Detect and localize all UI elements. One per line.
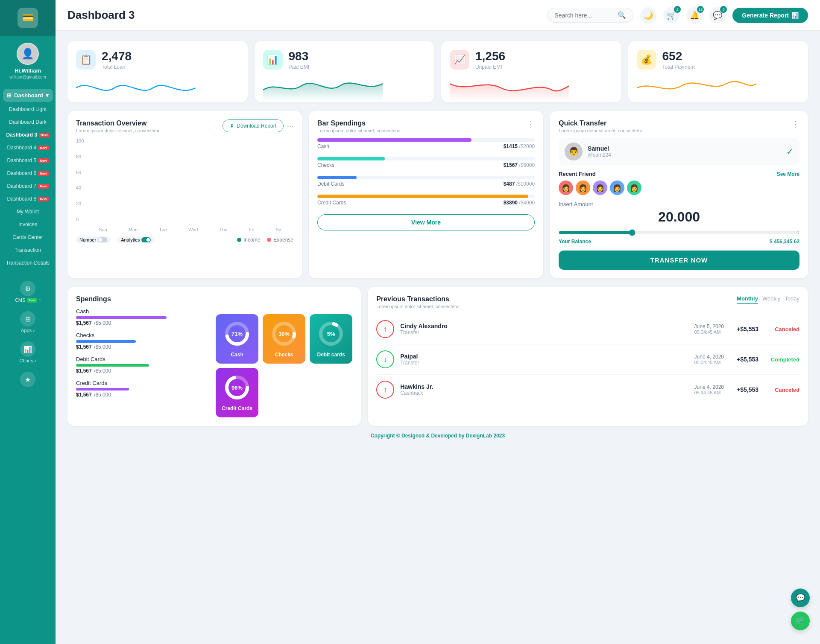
more-options-btn[interactable]: ···	[287, 122, 293, 131]
friend-avatar-1[interactable]: 👩	[559, 181, 573, 195]
generate-report-button[interactable]: Generate Report 📊	[732, 8, 808, 23]
transaction-name-1: Cindy Alexandro	[400, 323, 448, 329]
spending-card-cash: 71% Cash	[216, 314, 258, 364]
spendings-list-cash: Cash $1,567 /$5,000	[76, 308, 209, 326]
sidebar-item-dashboard-4[interactable]: Dashboard 4 New	[0, 141, 56, 154]
sidebar-item-cms[interactable]: ⚙ CMSNew›	[0, 277, 56, 307]
transaction-name-2: Paipal	[400, 353, 419, 360]
sidebar-item-invoices[interactable]: Invoices	[0, 218, 56, 231]
sidebar-item-dashboard-3[interactable]: Dashboard 3 New	[0, 128, 56, 141]
sidebar-item-dashboard-light[interactable]: Dashboard Light	[0, 103, 56, 116]
sidebar-item-transaction[interactable]: Transaction	[0, 244, 56, 256]
logo-icon[interactable]: 💳	[18, 8, 38, 28]
see-more-link[interactable]: See More	[777, 171, 800, 177]
analytics-legend-label: Analytics	[121, 237, 140, 242]
total-payment-label: Total Payment	[662, 64, 695, 70]
transaction-type-1: Transfer	[400, 329, 448, 335]
search-box[interactable]: 🔍	[547, 8, 633, 23]
sidebar: 💳 👤 Hi,William william@gmail.com ⊞ Dashb…	[0, 0, 56, 644]
friend-avatar-3[interactable]: 👩	[593, 181, 607, 195]
analytics-toggle-switch[interactable]	[141, 237, 151, 242]
tab-monthly[interactable]: Monthly	[737, 295, 758, 304]
bar-spendings-more-btn[interactable]: ⋮	[527, 119, 535, 129]
tab-weekly[interactable]: Weekly	[762, 295, 780, 304]
transaction-date-1: June 5, 2020 05:34:45 AM	[694, 323, 724, 335]
cart-fab[interactable]: 🛒	[791, 612, 810, 630]
bar-spendings-title: Bar Spendings	[317, 119, 401, 127]
spendings-list-checks: Checks $1,567 /$5,000	[76, 332, 209, 350]
tab-today[interactable]: Today	[785, 295, 800, 304]
expense-legend: Expense	[267, 237, 293, 243]
sidebar-item-charts[interactable]: 📊 Charts ›	[0, 337, 56, 367]
friend-avatar-2[interactable]: 👩	[576, 181, 590, 195]
number-toggle[interactable]: Number	[76, 236, 111, 243]
transaction-name-3: Hawkins Jr.	[400, 383, 433, 390]
chart-legend: Number Analytics Income Expense	[76, 236, 293, 243]
sidebar-item-dashboard-6[interactable]: Dashboard 6 New	[0, 167, 56, 180]
stat-card-total-payment: 💰 652 Total Payment	[628, 41, 808, 102]
total-loan-icon: 📋	[76, 50, 96, 70]
support-fab[interactable]: 💬	[791, 589, 810, 607]
transaction-status-1: Canceled	[770, 326, 800, 332]
search-input[interactable]	[554, 12, 614, 19]
moon-icon: 🌙	[644, 11, 653, 20]
gear-icon: ⚙	[20, 281, 35, 296]
transaction-row: ↓ Paipal Transfer June 4, 2020 05:34:45 …	[376, 344, 800, 375]
previous-transactions-card: Previous Transactions Lorem ipsum dolor …	[368, 287, 808, 426]
friends-avatars: 👩 👩 👩 👩 👩	[559, 181, 800, 195]
sidebar-item-dashboard-7[interactable]: Dashboard 7 New	[0, 180, 56, 192]
chart-bars	[88, 138, 293, 222]
download-report-button[interactable]: ⬇ Download Report	[223, 119, 284, 132]
quick-transfer-more-btn[interactable]: ⋮	[792, 119, 800, 129]
y-axis-labels: 100806040200	[76, 138, 84, 222]
transaction-overview-title: Transaction Overview	[76, 119, 160, 127]
transaction-row: ↑ Hawkins Jr. Cashback June 4, 2020 05:3…	[376, 375, 800, 405]
sidebar-item-dashboard-5[interactable]: Dashboard 5 New	[0, 154, 56, 167]
transaction-type-2: Transfer	[400, 360, 419, 366]
paid-emi-value: 983	[289, 50, 310, 63]
transaction-icon-1: ↑	[376, 320, 394, 338]
brand-link[interactable]: DexignLab	[466, 433, 492, 439]
sidebar-item-favorites[interactable]: ★	[0, 367, 56, 393]
bar-spendings-card: Bar Spendings Lorem ipsum dolor sit amet…	[309, 111, 543, 278]
sidebar-item-dashboard-8[interactable]: Dashboard 8 New	[0, 192, 56, 205]
sidebar-item-apps[interactable]: ⊞ Apps ›	[0, 307, 56, 337]
search-icon[interactable]: 🔍	[618, 11, 626, 19]
bar-spendings-list: Cash $1415 /$2000 Checks $1567 /$5000	[317, 138, 535, 207]
spending-debit: Debit Cards $487 /$10000	[317, 176, 535, 189]
total-payment-icon: 💰	[637, 50, 656, 70]
paid-emi-icon: 📊	[263, 50, 283, 70]
middle-row: Transaction Overview Lorem ipsum dolor s…	[67, 111, 808, 278]
download-icon: ⬇	[230, 123, 234, 129]
spendings-list: Cash $1,567 /$5,000 Checks $1,567 /$5,00…	[76, 308, 209, 417]
notification-btn[interactable]: 🔔 12	[686, 7, 703, 23]
user-name: Hi,William	[15, 67, 41, 74]
chart-bar-icon: 📊	[791, 12, 799, 19]
content-area: 📋 2,478 Total Loan 📊 9	[56, 31, 820, 644]
analytics-toggle[interactable]: Analytics	[117, 236, 154, 243]
transactions-list: ↑ Cindy Alexandro Transfer June 5, 2020 …	[376, 314, 800, 405]
chat-btn[interactable]: 💬 5	[709, 7, 726, 23]
friend-avatar-5[interactable]: 👩	[627, 181, 641, 195]
transaction-status-3: Canceled	[770, 387, 800, 393]
cart-btn[interactable]: 🛒 2	[663, 7, 679, 23]
insert-amount-label: Insert Amount	[559, 201, 800, 207]
balance-label: Your Balance	[559, 239, 591, 245]
amount-slider[interactable]	[559, 229, 800, 236]
number-toggle-switch[interactable]	[98, 237, 107, 242]
view-more-button[interactable]: View More	[317, 214, 535, 230]
transaction-amount-1: +$5,553	[737, 326, 758, 332]
stat-card-unpaid-emi: 📈 1,256 Unpaid EMI	[441, 41, 621, 102]
theme-toggle-btn[interactable]: 🌙	[640, 7, 656, 23]
transfer-now-button[interactable]: TRANSFER NOW	[559, 251, 800, 270]
unpaid-emi-value: 1,256	[475, 50, 505, 63]
friend-avatar-4[interactable]: 👩	[610, 181, 624, 195]
transaction-row: ↑ Cindy Alexandro Transfer June 5, 2020 …	[376, 314, 800, 344]
dashboard-menu-btn[interactable]: ⊞ Dashboard ▾	[3, 89, 53, 102]
sidebar-item-cards-center[interactable]: Cards Center	[0, 231, 56, 244]
sidebar-item-transaction-details[interactable]: Transaction Details	[0, 256, 56, 269]
sidebar-item-my-wallet[interactable]: My Wallet	[0, 205, 56, 218]
transaction-type-3: Cashback	[400, 390, 433, 396]
cart-badge: 2	[674, 6, 681, 13]
sidebar-item-dashboard-dark[interactable]: Dashboard Dark	[0, 116, 56, 128]
